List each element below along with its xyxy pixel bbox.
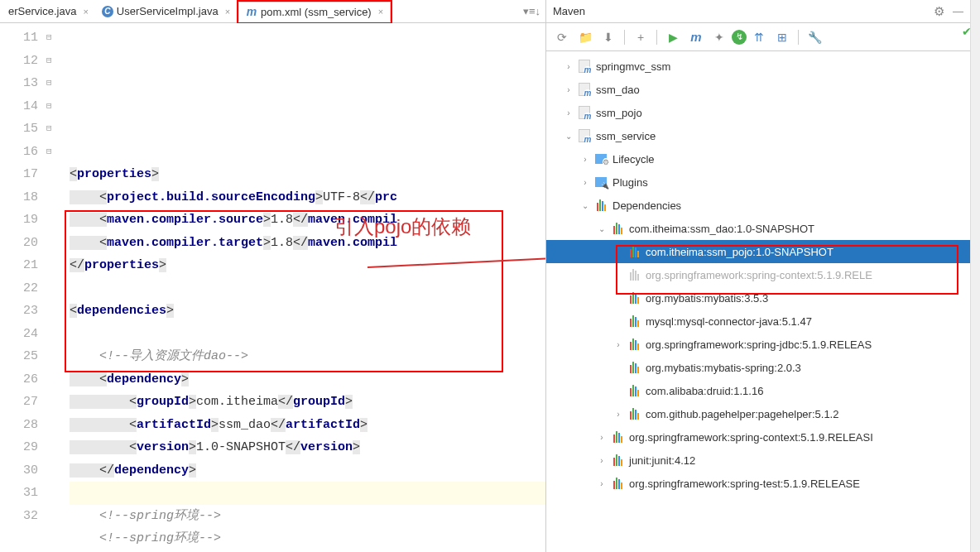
tab-erservice[interactable]: erService.java × xyxy=(2,2,95,21)
code-line[interactable] xyxy=(70,277,545,300)
tree-label: ssm_dao xyxy=(596,84,640,96)
tree-row[interactable]: ›org.springframework:spring-test:5.1.9.R… xyxy=(546,472,970,495)
maven-icon: m xyxy=(246,6,257,17)
chevron-icon[interactable]: ⌄ xyxy=(563,132,574,141)
close-icon[interactable]: × xyxy=(378,7,383,17)
chevron-icon[interactable]: › xyxy=(563,85,574,94)
close-icon[interactable]: × xyxy=(225,7,230,17)
tab-userserviceimpl[interactable]: C UserServiceImpl.java × xyxy=(95,2,237,21)
maven-tree[interactable]: ›springmvc_ssm›ssm_dao›ssm_pojo⌄ssm_serv… xyxy=(546,51,970,552)
tree-label: junit:junit:4.12 xyxy=(629,454,695,467)
chevron-icon[interactable]: › xyxy=(612,340,624,349)
generate-icon[interactable]: 📁 xyxy=(574,27,596,47)
tab-menu-icon[interactable]: ▾≡↓ xyxy=(523,5,540,17)
tree-row[interactable]: ›junit:junit:4.12 xyxy=(546,449,970,472)
tab-label: UserServiceImpl.java xyxy=(117,5,219,17)
tree-label: org.springframework:spring-context:5.1.9… xyxy=(629,431,873,444)
tree-row[interactable]: org.springframework:spring-context:5.1.9… xyxy=(546,263,970,286)
hide-icon[interactable]: — xyxy=(953,5,963,17)
chevron-icon[interactable]: › xyxy=(579,155,591,164)
code-editor[interactable]: 1112131415161718192021222324252627282930… xyxy=(0,23,545,552)
tree-label: springmvc_ssm xyxy=(596,60,670,73)
graph-icon[interactable]: ⊞ xyxy=(771,27,793,47)
chevron-icon[interactable]: › xyxy=(579,178,591,187)
wrench-icon[interactable]: 🔧 xyxy=(804,27,825,47)
code-line[interactable]: <maven.compiler.source>1.8</maven.compil xyxy=(70,209,545,232)
gear-icon[interactable]: ⚙ xyxy=(934,4,944,19)
code-line[interactable] xyxy=(70,141,545,164)
tree-row[interactable]: ›springmvc_ssm xyxy=(546,55,970,78)
code-line[interactable]: <dependency> xyxy=(70,368,545,391)
code-line[interactable]: </properties> xyxy=(70,254,545,277)
tree-row[interactable]: mysql:mysql-connector-java:5.1.47 xyxy=(546,310,970,333)
chevron-icon[interactable]: › xyxy=(596,479,608,488)
tree-label: org.springframework:spring-test:5.1.9.RE… xyxy=(629,478,860,490)
dep-icon xyxy=(611,430,624,444)
m-file-icon xyxy=(578,129,591,142)
class-icon: C xyxy=(102,6,113,17)
chevron-icon[interactable]: › xyxy=(563,62,574,71)
tree-row[interactable]: ›org.springframework:spring-context:5.1.… xyxy=(546,425,970,449)
maven-panel-header: Maven ⚙ — xyxy=(546,0,970,23)
chevron-icon[interactable]: ⌄ xyxy=(579,201,591,210)
code-line[interactable] xyxy=(70,482,545,505)
code-line[interactable]: <maven.compiler.target>1.8</maven.compil xyxy=(70,232,545,255)
tree-row[interactable]: com.itheima:ssm_pojo:1.0-SNAPSHOT xyxy=(546,240,970,263)
tree-label: Lifecycle xyxy=(612,153,655,166)
tree-row[interactable]: ⌄Dependencies xyxy=(546,194,970,217)
code-line[interactable]: <!--spring环境--> xyxy=(70,527,545,550)
tree-row[interactable]: ›ssm_dao xyxy=(546,78,970,101)
chevron-icon[interactable]: › xyxy=(563,108,574,118)
code-line[interactable]: <project.build.sourceEncoding>UTF-8</prc xyxy=(70,186,545,209)
refresh-icon[interactable]: ⟳ xyxy=(551,27,573,47)
code-line[interactable]: </dependency> xyxy=(70,459,545,482)
code-line[interactable]: <dependencies> xyxy=(70,300,545,323)
tree-label: Dependencies xyxy=(612,199,681,212)
chevron-icon[interactable]: › xyxy=(596,456,608,465)
chevron-icon[interactable]: › xyxy=(596,433,608,442)
tree-label: com.alibaba:druid:1.1.16 xyxy=(646,385,763,397)
code-line[interactable]: <groupId>com.itheima</groupId> xyxy=(70,391,545,414)
add-icon[interactable]: + xyxy=(630,27,651,47)
code-line[interactable]: <version>1.0-SNAPSHOT</version> xyxy=(70,436,545,459)
code-line[interactable] xyxy=(70,323,545,346)
collapse-icon[interactable]: ⇈ xyxy=(748,27,770,47)
maven-m-icon[interactable]: m xyxy=(685,27,707,47)
dep-icon xyxy=(627,245,641,258)
code-line[interactable]: <!--spring环境--> xyxy=(70,505,545,528)
skip-icon[interactable]: ↯ xyxy=(732,30,747,45)
tree-row[interactable]: org.mybatis:mybatis-spring:2.0.3 xyxy=(546,356,970,379)
code-line[interactable]: <properties> xyxy=(70,163,545,186)
tree-label: Plugins xyxy=(612,176,648,189)
code-line[interactable]: <artifactId>ssm_dao</artifactId> xyxy=(70,414,545,437)
tree-row[interactable]: ⌄com.itheima:ssm_dao:1.0-SNAPSHOT xyxy=(546,217,970,240)
close-icon[interactable]: × xyxy=(83,7,88,17)
dep-icon xyxy=(627,338,641,351)
tree-row[interactable]: ›com.github.pagehelper:pagehelper:5.1.2 xyxy=(546,402,970,425)
tree-row[interactable]: ›Lifecycle xyxy=(546,147,970,170)
tree-row[interactable]: ⌄ssm_service xyxy=(546,124,970,147)
dep-icon xyxy=(611,477,624,490)
download-icon[interactable]: ⬇ xyxy=(598,27,619,47)
dep-icon xyxy=(627,291,641,305)
chevron-icon[interactable]: › xyxy=(612,410,624,419)
dep-icon xyxy=(611,454,624,467)
m-file-icon xyxy=(578,60,591,73)
run-icon[interactable]: ▶ xyxy=(662,27,684,47)
tree-row[interactable]: com.alibaba:druid:1.1.16 xyxy=(546,379,970,402)
tab-pom-xml[interactable]: m pom.xml (ssm_service) × xyxy=(238,2,391,22)
folder-gear-icon xyxy=(594,152,608,166)
m-file-icon xyxy=(578,83,591,96)
tree-row[interactable]: ›org.springframework:spring-jdbc:5.1.9.R… xyxy=(546,333,970,356)
maven-toolbar: ⟳ 📁 ⬇ + ▶ m ✦ ↯ ⇈ ⊞ 🔧 xyxy=(546,23,970,51)
tree-row[interactable]: org.mybatis:mybatis:3.5.3 xyxy=(546,286,970,310)
right-gutter xyxy=(970,0,980,552)
toggle-icon[interactable]: ✦ xyxy=(709,27,730,47)
chevron-icon[interactable]: ⌄ xyxy=(596,224,608,233)
tree-label: org.mybatis:mybatis-spring:2.0.3 xyxy=(646,362,801,374)
tree-row[interactable]: ›Plugins xyxy=(546,170,970,194)
code-line[interactable]: <!--导入资源文件dao--> xyxy=(70,345,545,368)
maven-title: Maven xyxy=(553,5,934,17)
tree-label: mysql:mysql-connector-java:5.1.47 xyxy=(646,315,812,328)
tree-row[interactable]: ›ssm_pojo xyxy=(546,101,970,124)
